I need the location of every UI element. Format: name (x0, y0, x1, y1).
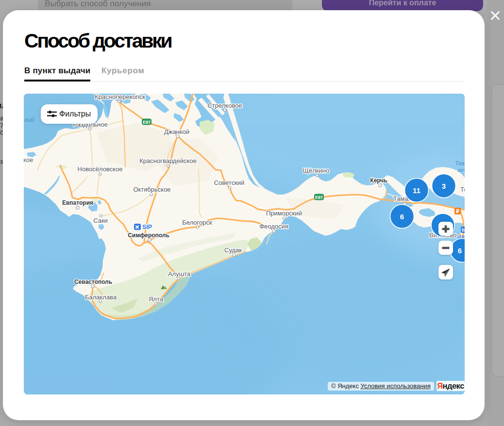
svg-text:Советский: Советский (214, 179, 245, 186)
svg-text:Балаклава: Балаклава (85, 294, 117, 301)
svg-text:Новосёловское: Новосёловское (78, 165, 123, 173)
svg-text:Симферополь: Симферополь (128, 232, 169, 239)
svg-text:Красноперекопск: Красноперекопск (95, 94, 145, 100)
svg-text:3: 3 (442, 182, 446, 190)
svg-text:Севастополь: Севастополь (74, 279, 112, 285)
svg-text:Судак: Судак (224, 246, 242, 254)
svg-text:Стрелковое: Стрелковое (207, 102, 242, 109)
svg-text:Саки: Саки (93, 217, 108, 224)
svg-text:11: 11 (413, 186, 420, 195)
svg-text:Алушта: Алушта (168, 270, 191, 278)
svg-text:Темр: Темр (455, 160, 465, 167)
svg-text:кий: кий (25, 116, 34, 123)
svg-text:Щёлкино: Щёлкино (303, 167, 329, 174)
svg-text:кое: кое (24, 156, 33, 164)
svg-text:₽: ₽ (456, 208, 459, 214)
svg-text:E97: E97 (315, 195, 323, 200)
svg-text:6: 6 (400, 213, 404, 221)
svg-text:E97: E97 (143, 120, 151, 125)
svg-text:Б: Б (462, 228, 465, 232)
svg-text:Керчь: Керчь (370, 177, 387, 184)
svg-text:Приморский: Приморский (266, 210, 302, 217)
svg-text:Белогорск: Белогорск (182, 219, 212, 226)
svg-text:Октябрьское: Октябрьское (133, 186, 170, 193)
svg-text:Евпатория: Евпатория (62, 199, 93, 206)
svg-text:SIP: SIP (142, 224, 152, 230)
svg-text:Ялта: Ялта (149, 295, 164, 303)
svg-text:6: 6 (458, 246, 462, 255)
svg-text:Красногвардейское: Красногвардейское (139, 157, 196, 164)
svg-text:Тем: Тем (460, 186, 465, 193)
svg-text:Джанкой: Джанкой (164, 128, 189, 135)
svg-text:Феодосия: Феодосия (259, 223, 288, 230)
svg-text:зал: зал (457, 167, 465, 173)
